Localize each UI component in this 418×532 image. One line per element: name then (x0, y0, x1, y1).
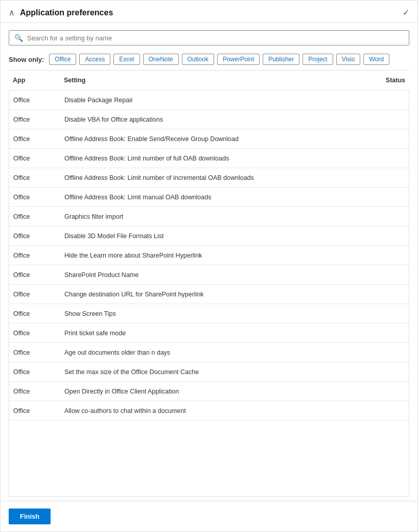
cell-status (358, 115, 409, 124)
cell-status (358, 154, 409, 163)
filter-button-outlook[interactable]: Outlook (182, 54, 214, 65)
cell-app: Office (9, 364, 60, 380)
table-header: App Setting Status (9, 70, 409, 90)
cell-app: Office (9, 92, 60, 108)
cell-setting: Offline Address Book: Enable Send/Receiv… (60, 131, 358, 147)
filter-button-powerpoint[interactable]: PowerPoint (217, 54, 260, 65)
cell-setting: Disable Package Repair (60, 92, 358, 108)
cell-app: Office (9, 151, 60, 166)
table-row[interactable]: OfficeGraphics filter import (9, 207, 409, 226)
table-row[interactable]: OfficeSharePoint Product Name (9, 265, 409, 285)
filter-button-office[interactable]: Office (49, 54, 76, 65)
page-title: Application preferences (20, 8, 113, 17)
filter-bar: Show only: OfficeAccessExcelOneNoteOutlo… (1, 51, 417, 70)
table-scroll[interactable]: OfficeDisable Package RepairOfficeDisabl… (9, 90, 409, 497)
filter-button-publisher[interactable]: Publisher (263, 54, 299, 65)
cell-app: Office (9, 306, 60, 321)
search-bar-container: 🔍 (1, 23, 417, 51)
table-row[interactable]: OfficeDisable Package Repair (9, 90, 409, 110)
table-row[interactable]: OfficeOffline Address Book: Limit number… (9, 168, 409, 188)
table-row[interactable]: OfficeOffline Address Book: Enable Send/… (9, 129, 409, 149)
cell-setting: Allow co-authors to chat within a docume… (60, 403, 358, 419)
table-row[interactable]: OfficeOffline Address Book: Limit number… (9, 149, 409, 168)
cell-app: Office (9, 248, 60, 263)
cell-app: Office (9, 170, 60, 186)
cell-status (358, 407, 409, 415)
cell-status (358, 174, 409, 182)
cell-app: Office (9, 209, 60, 224)
cell-setting: SharePoint Product Name (60, 267, 358, 283)
cell-status (358, 232, 409, 240)
col-header-status: Status (358, 75, 409, 86)
cell-setting: Open Directly in Office Client Applicati… (60, 384, 358, 399)
table-row[interactable]: OfficeDisable 3D Model File Formats List (9, 226, 409, 246)
cell-setting: Show Screen Tips (60, 306, 358, 321)
cell-status (358, 193, 409, 201)
finish-button[interactable]: Finish (9, 508, 51, 524)
cell-status (358, 349, 409, 357)
cell-app: Office (9, 384, 60, 399)
filter-button-word[interactable]: Word (363, 54, 389, 65)
cell-status (358, 290, 409, 298)
filter-button-excel[interactable]: Excel (113, 54, 140, 65)
search-input[interactable] (27, 34, 404, 42)
cell-setting: Change destination URL for SharePoint hy… (60, 287, 358, 302)
cell-status (358, 329, 409, 337)
cell-app: Office (9, 267, 60, 283)
cell-app: Office (9, 326, 60, 341)
filter-button-visio[interactable]: Visio (336, 54, 361, 65)
search-bar[interactable]: 🔍 (9, 30, 409, 45)
cell-status (358, 368, 409, 376)
table-area: App Setting Status OfficeDisable Package… (9, 70, 409, 497)
cell-status (358, 271, 409, 279)
cell-setting: Print ticket safe mode (60, 326, 358, 341)
table-row[interactable]: OfficeChange destination URL for SharePo… (9, 285, 409, 304)
cell-setting: Age out documents older than n days (60, 345, 358, 360)
search-icon: 🔍 (14, 34, 23, 42)
cell-setting: Set the max size of the Office Document … (60, 364, 358, 380)
cell-setting: Hide the Learn more about SharePoint Hyp… (60, 248, 358, 263)
cell-app: Office (9, 345, 60, 360)
cell-status (358, 96, 409, 104)
cell-status (358, 135, 409, 143)
cell-app: Office (9, 190, 60, 205)
dialog-header: ∧ Application preferences ✓ (1, 1, 417, 23)
collapse-icon[interactable]: ∧ (9, 8, 15, 17)
cell-app: Office (9, 112, 60, 127)
footer: Finish (1, 501, 417, 531)
table-row[interactable]: OfficeDisable VBA for Office application… (9, 110, 409, 129)
table-row[interactable]: OfficePrint ticket safe mode (9, 323, 409, 343)
table-row[interactable]: OfficeOffline Address Book: Limit manual… (9, 188, 409, 207)
cell-setting: Offline Address Book: Limit number of fu… (60, 151, 358, 166)
table-row[interactable]: OfficeOpen Directly in Office Client App… (9, 382, 409, 401)
cell-app: Office (9, 131, 60, 147)
table-row[interactable]: OfficeSet the max size of the Office Doc… (9, 362, 409, 382)
header-left: ∧ Application preferences (9, 8, 113, 17)
cell-status (358, 387, 409, 396)
cell-setting: Offline Address Book: Limit number of in… (60, 170, 358, 186)
filter-button-access[interactable]: Access (79, 54, 110, 65)
cell-app: Office (9, 228, 60, 244)
col-header-app: App (9, 75, 60, 86)
cell-app: Office (9, 287, 60, 302)
table-row[interactable]: OfficeAllow co-authors to chat within a … (9, 401, 409, 421)
cell-status (358, 251, 409, 260)
check-icon: ✓ (403, 8, 409, 17)
cell-setting: Graphics filter import (60, 209, 358, 224)
filter-button-onenote[interactable]: OneNote (143, 54, 179, 65)
table-row[interactable]: OfficeAge out documents older than n day… (9, 343, 409, 362)
filter-button-project[interactable]: Project (303, 54, 333, 65)
show-only-label: Show only: (9, 56, 44, 63)
col-header-setting: Setting (60, 75, 358, 86)
cell-setting: Offline Address Book: Limit manual OAB d… (60, 190, 358, 205)
table-row[interactable]: OfficeHide the Learn more about SharePoi… (9, 246, 409, 265)
cell-app: Office (9, 403, 60, 419)
cell-setting: Disable VBA for Office applications (60, 112, 358, 127)
table-row[interactable]: OfficeShow Screen Tips (9, 304, 409, 323)
cell-setting: Disable 3D Model File Formats List (60, 228, 358, 244)
cell-status (358, 213, 409, 221)
cell-status (358, 310, 409, 318)
